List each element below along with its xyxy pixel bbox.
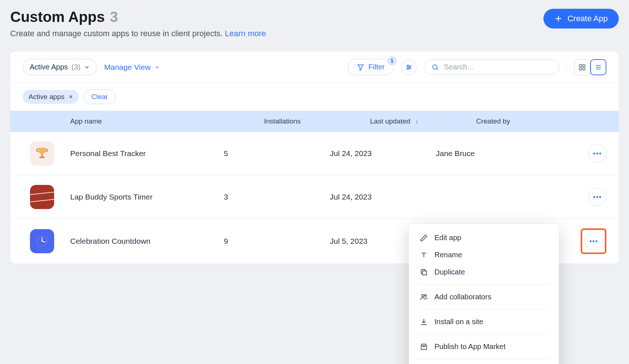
app-name-cell: Celebration Countdown xyxy=(70,237,224,246)
clear-filters-button[interactable]: Clear xyxy=(84,90,116,104)
svg-rect-13 xyxy=(580,68,582,70)
sliders-icon xyxy=(405,64,413,71)
col-created-by[interactable]: Created by xyxy=(476,117,562,125)
download-icon xyxy=(420,318,428,326)
svg-point-33 xyxy=(422,295,424,297)
svg-line-10 xyxy=(437,68,438,70)
svg-rect-12 xyxy=(583,64,585,67)
settings-sliders-button[interactable] xyxy=(401,60,417,75)
row-actions-button[interactable] xyxy=(584,232,603,250)
view-selector[interactable]: Active Apps (3) xyxy=(23,59,97,75)
more-icon xyxy=(593,196,601,198)
pencil-icon xyxy=(420,234,428,242)
filter-chip-active-apps[interactable]: Active apps × xyxy=(23,90,79,104)
menu-divider xyxy=(418,334,549,334)
menu-divider xyxy=(418,359,549,359)
svg-point-20 xyxy=(599,153,601,155)
svg-point-23 xyxy=(599,196,601,198)
svg-rect-14 xyxy=(583,68,585,70)
grid-view-button[interactable] xyxy=(574,59,590,75)
list-icon xyxy=(595,64,602,71)
svg-point-31 xyxy=(596,240,598,242)
manage-view-button[interactable]: Manage View xyxy=(104,63,160,72)
text-icon xyxy=(420,251,428,259)
last-updated-cell: Jul 24, 2023 xyxy=(330,193,436,201)
row-context-menu: Edit app Rename Duplicate Add collaborat… xyxy=(409,224,559,364)
row-actions-button[interactable] xyxy=(588,188,606,206)
menu-publish-market[interactable]: Publish to App Market xyxy=(409,338,559,355)
svg-point-19 xyxy=(596,153,598,155)
page-subtitle: Create and manage custom apps to reuse i… xyxy=(10,29,266,38)
highlighted-actions-button xyxy=(581,228,606,254)
users-icon xyxy=(420,293,428,301)
svg-point-34 xyxy=(425,295,426,296)
svg-point-6 xyxy=(407,65,408,66)
created-by-cell: Jane Bruce xyxy=(436,149,562,158)
page-title: Custom Apps 3 xyxy=(10,9,266,25)
app-icon-track xyxy=(30,185,54,209)
installations-cell: 3 xyxy=(224,193,330,201)
chevron-down-icon xyxy=(84,64,90,70)
filter-button[interactable]: Filter xyxy=(348,59,394,75)
app-name-cell: Personal Best Tracker xyxy=(70,149,224,158)
app-icon-clock xyxy=(30,229,54,253)
installations-cell: 9 xyxy=(224,237,330,246)
svg-marker-2 xyxy=(358,65,363,70)
menu-install-site[interactable]: Install on a site xyxy=(409,313,559,330)
col-app-name[interactable]: App name xyxy=(70,117,264,125)
more-icon xyxy=(590,240,598,242)
svg-point-22 xyxy=(596,196,598,198)
table-row[interactable]: Lap Buddy Sports Timer 3 Jul 24, 2023 xyxy=(10,175,619,219)
menu-divider xyxy=(418,309,549,310)
app-name-cell: Lap Buddy Sports Timer xyxy=(70,193,224,201)
menu-duplicate[interactable]: Duplicate xyxy=(409,263,559,281)
search-input[interactable] xyxy=(444,63,551,71)
last-updated-cell: Jul 24, 2023 xyxy=(330,149,436,158)
svg-point-29 xyxy=(590,240,592,242)
svg-point-28 xyxy=(41,240,43,242)
list-view-button[interactable] xyxy=(590,59,606,75)
svg-point-7 xyxy=(409,67,410,68)
col-last-updated[interactable]: Last updated ↓ xyxy=(370,117,476,125)
divider xyxy=(566,61,567,73)
store-icon xyxy=(420,343,428,351)
installations-cell: 5 xyxy=(224,149,330,158)
sort-desc-icon: ↓ xyxy=(415,117,419,125)
more-icon xyxy=(593,152,601,155)
menu-edit-app[interactable]: Edit app xyxy=(409,229,559,246)
grid-icon xyxy=(579,64,586,71)
row-actions-button[interactable] xyxy=(588,144,606,163)
svg-point-21 xyxy=(594,196,595,198)
menu-rename[interactable]: Rename xyxy=(409,246,559,263)
svg-point-9 xyxy=(433,65,437,69)
search-icon xyxy=(432,64,439,71)
app-count: 3 xyxy=(110,9,118,25)
search-input-wrap[interactable] xyxy=(424,60,559,75)
table-header: App name Installations Last updated ↓ Cr… xyxy=(10,111,619,132)
svg-point-18 xyxy=(594,153,595,155)
col-installations[interactable]: Installations xyxy=(264,117,370,125)
plus-icon xyxy=(554,15,562,23)
menu-add-collaborators[interactable]: Add collaborators xyxy=(409,288,559,306)
create-app-button[interactable]: Create App xyxy=(543,9,619,29)
app-icon-trophy xyxy=(30,141,54,166)
filter-count-badge: 1 xyxy=(387,56,397,65)
svg-point-30 xyxy=(593,240,595,242)
chevron-down-icon xyxy=(154,64,160,70)
duplicate-icon xyxy=(420,268,428,276)
svg-rect-11 xyxy=(580,64,582,67)
filter-icon xyxy=(357,64,364,71)
learn-more-link[interactable]: Learn more xyxy=(225,29,266,38)
svg-rect-32 xyxy=(422,271,426,275)
svg-point-8 xyxy=(407,68,408,69)
table-row[interactable]: Personal Best Tracker 5 Jul 24, 2023 Jan… xyxy=(10,132,619,175)
chip-remove-icon[interactable]: × xyxy=(69,93,73,101)
menu-divider xyxy=(418,284,549,285)
